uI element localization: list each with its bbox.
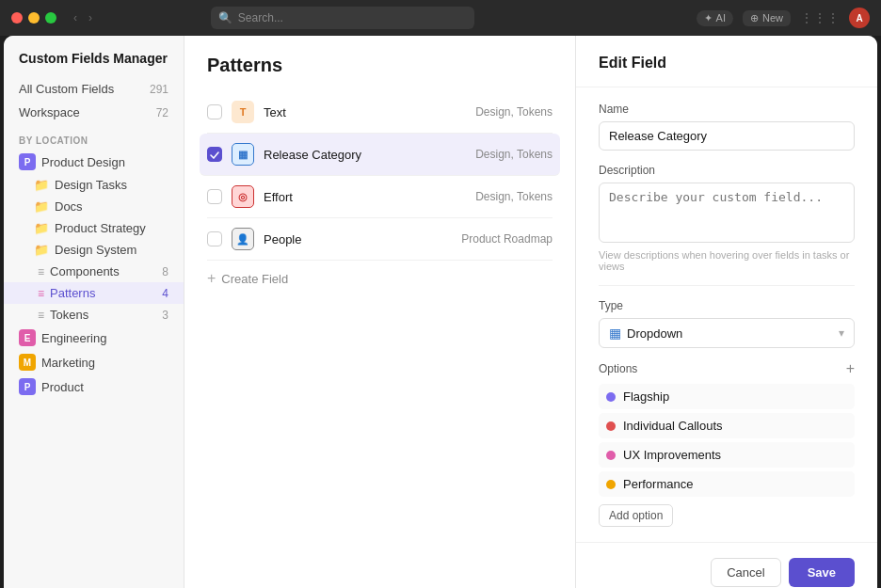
tokens-label: Tokens [50, 308, 88, 322]
field-checkbox-text[interactable] [207, 104, 222, 119]
ai-label: AI [716, 12, 726, 24]
titlebar-right: ✦ AI ⊕ New ⋮⋮⋮ A [697, 8, 870, 28]
type-value: Dropdown [627, 326, 682, 341]
product-label: Product [41, 380, 84, 394]
type-select[interactable]: ▦ Dropdown ▾ [599, 318, 855, 348]
edit-panel-footer: Cancel Save [576, 542, 877, 588]
flagship-label: Flagship [623, 389, 669, 404]
sidebar-title: Custom Fields Manager [4, 51, 184, 77]
ai-button[interactable]: ✦ AI [697, 10, 733, 26]
description-textarea[interactable] [599, 183, 855, 243]
ai-icon: ✦ [704, 12, 713, 24]
field-name-effort: Effort [264, 190, 466, 204]
individual-callouts-dot [606, 421, 616, 431]
nav-arrows: ‹ › [70, 9, 96, 26]
forward-arrow[interactable]: › [85, 9, 96, 26]
edit-panel-body: Name Description View descriptions when … [576, 87, 877, 542]
sidebar-item-engineering[interactable]: E Engineering [4, 326, 184, 350]
docs-label: Docs [55, 199, 83, 214]
sidebar-item-patterns[interactable]: ≡ Patterns 4 [4, 282, 184, 304]
components-label: Components [50, 264, 120, 278]
field-row-text[interactable]: T Text Design, Tokens [207, 91, 553, 134]
field-tags-people: Product Roadmap [461, 232, 553, 246]
field-tags-text: Design, Tokens [475, 105, 553, 119]
engineering-label: Engineering [41, 331, 106, 345]
performance-label: Performance [623, 477, 693, 491]
field-row-release-category[interactable]: ▦ Release Category Design, Tokens [200, 134, 560, 176]
options-header: Options + [599, 361, 855, 376]
text-type-icon: T [232, 101, 254, 123]
sidebar-item-product[interactable]: P Product [4, 374, 184, 399]
cancel-button[interactable]: Cancel [711, 558, 780, 587]
sidebar-item-design-tasks[interactable]: 📁 Design Tasks [4, 174, 184, 196]
components-icon [38, 265, 44, 278]
sidebar-item-all-custom-fields[interactable]: All Custom Fields 291 [4, 77, 184, 101]
new-label: New [762, 12, 783, 24]
sidebar-item-workspace[interactable]: Workspace 72 [4, 101, 184, 124]
name-input[interactable] [599, 121, 855, 151]
tokens-icon [38, 309, 44, 322]
sidebar-item-product-design[interactable]: P Product Design [4, 150, 184, 174]
grid-icon[interactable]: ⋮⋮⋮ [800, 10, 840, 25]
maximize-button[interactable] [45, 12, 56, 24]
sidebar-item-design-system[interactable]: 📁 Design System [4, 239, 184, 261]
ux-improvements-dot [606, 451, 616, 460]
field-checkbox-release-category[interactable] [207, 147, 222, 162]
field-checkbox-effort[interactable] [207, 189, 222, 204]
traffic-lights [11, 12, 56, 24]
ux-improvements-label: UX Improvements [623, 448, 721, 462]
sidebar-item-docs[interactable]: 📁 Docs [4, 196, 184, 217]
new-icon: ⊕ [750, 12, 759, 24]
product-strategy-label: Product Strategy [55, 221, 146, 235]
add-option-label: Add option [609, 509, 663, 522]
flagship-dot [606, 392, 616, 402]
marketing-label: Marketing [41, 356, 95, 370]
tokens-count: 3 [162, 309, 168, 322]
engineering-badge: E [19, 329, 36, 346]
dropdown-type-icon: ▦ [609, 326, 621, 341]
edit-panel: Edit Field Name Description View descrip… [576, 36, 877, 588]
sidebar-item-tokens[interactable]: Tokens 3 [4, 304, 184, 326]
effort-type-icon: ◎ [232, 185, 254, 208]
product-design-label: Product Design [41, 155, 125, 169]
add-option-plus-icon[interactable]: + [846, 361, 855, 376]
avatar: A [849, 8, 870, 28]
product-design-badge: P [19, 153, 36, 170]
field-row-effort[interactable]: ◎ Effort Design, Tokens [207, 176, 553, 218]
type-label: Type [599, 299, 855, 312]
minimize-button[interactable] [28, 12, 40, 24]
create-field-icon: + [207, 270, 216, 287]
design-tasks-label: Design Tasks [55, 178, 127, 192]
new-button[interactable]: ⊕ New [743, 10, 791, 26]
sidebar-item-components[interactable]: Components 8 [4, 261, 184, 282]
sidebar-item-product-strategy[interactable]: 📁 Product Strategy [4, 217, 184, 239]
performance-dot [606, 480, 616, 489]
docs-folder-icon: 📁 [34, 199, 49, 214]
sidebar: Custom Fields Manager All Custom Fields … [4, 36, 184, 588]
option-individual-callouts: Individual Callouts [599, 413, 855, 438]
sidebar-item-marketing[interactable]: M Marketing [4, 350, 184, 374]
patterns-icon: ≡ [38, 287, 44, 300]
add-option-button[interactable]: Add option [599, 504, 673, 527]
components-count: 8 [162, 265, 168, 278]
description-hint: View descriptions when hovering over fie… [599, 249, 855, 272]
search-bar[interactable]: 🔍 Search... [211, 7, 474, 29]
field-row-people[interactable]: 👤 People Product Roadmap [207, 218, 553, 261]
option-ux-improvements: UX Improvements [599, 442, 855, 468]
product-badge: P [19, 378, 36, 395]
field-list: T Text Design, Tokens ▦ Release Category… [184, 91, 575, 296]
main-content: Custom Fields Manager All Custom Fields … [4, 36, 877, 588]
field-checkbox-people[interactable] [207, 231, 222, 246]
field-name-text: Text [264, 105, 466, 119]
field-tags-release-category: Design, Tokens [475, 148, 553, 161]
search-icon: 🔍 [218, 11, 232, 24]
people-type-icon: 👤 [232, 228, 254, 250]
create-field-button[interactable]: + Create Field [207, 261, 553, 296]
save-button[interactable]: Save [789, 558, 855, 587]
by-location-label: BY LOCATION [4, 124, 184, 150]
marketing-badge: M [19, 354, 36, 371]
back-arrow[interactable]: ‹ [70, 9, 81, 26]
close-button[interactable] [11, 12, 23, 24]
field-name-people: People [264, 232, 452, 246]
field-name-release-category: Release Category [264, 148, 466, 162]
